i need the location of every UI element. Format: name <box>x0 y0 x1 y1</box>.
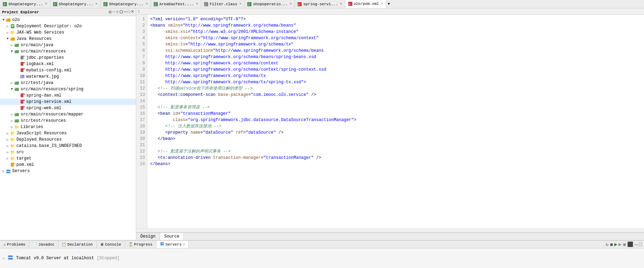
minimize-bottom-btn[interactable]: — <box>635 242 637 247</box>
tab-areadaotest[interactable]: J AreaDaoTest.... × <box>151 0 201 8</box>
tab-shopcategory-2[interactable]: J ShopCategory... × <box>50 0 101 8</box>
tab-close-btn[interactable]: × <box>340 2 342 6</box>
servers-icon <box>160 242 164 247</box>
tree-arrow: ▼ <box>10 50 14 53</box>
minimize-btn[interactable]: — <box>124 9 126 15</box>
tree-item-target[interactable]: ▷ 📁 target <box>0 155 136 162</box>
editor-mode-tabs: Design Source <box>136 233 644 240</box>
tree-label: target <box>16 156 31 161</box>
tree-item-spring-dao[interactable]: spring-dao.xml <box>0 92 136 99</box>
debug-server-btn[interactable]: ▶ <box>619 241 621 247</box>
problems-icon: ⚠ <box>3 242 6 247</box>
svg-rect-67 <box>8 258 13 260</box>
tree-item-src[interactable]: ▷ 📁 src <box>0 149 136 155</box>
tree-item-js-resources[interactable]: ▷ 📁 JavaScript Resources <box>0 130 136 136</box>
descriptor-icon <box>10 23 15 29</box>
tab-shopcategory-1[interactable]: J ShopCategory... × <box>0 0 50 8</box>
tab-pom-xml[interactable]: X o2o/pom.xml × <box>345 0 387 8</box>
tab-close-btn[interactable]: × <box>146 2 148 6</box>
tab-label: Servers <box>166 242 182 247</box>
horizontal-scrollbar[interactable] <box>136 228 644 233</box>
tab-close-icon[interactable]: × <box>183 243 185 246</box>
code-content[interactable]: <?xml version="1.0" encoding="UTF-8"?> <… <box>147 15 644 228</box>
tree-item-jdbc-props[interactable]: jdbc.properties <box>0 55 136 61</box>
tree-arrow: ▷ <box>6 138 10 142</box>
design-tab-btn[interactable]: Design <box>136 233 160 240</box>
tree-item-servers[interactable]: ▷ Servers <box>0 168 136 174</box>
svg-point-39 <box>21 76 22 77</box>
svg-rect-17 <box>6 19 8 20</box>
tree-item-libraries[interactable]: ▷ 📁 Libraries <box>0 124 136 130</box>
tree-item-pom[interactable]: pom.xml <box>0 162 136 168</box>
collapse-all-btn[interactable]: ⊟ <box>109 9 111 15</box>
tree-item-jax-ws[interactable]: ▷ 📁 JAX-WS Web Services <box>0 29 136 36</box>
source-tab-btn[interactable]: Source <box>160 233 184 240</box>
tree-label: o2o <box>12 17 20 22</box>
tree-item-watermark[interactable]: watermark.jpg <box>0 73 136 80</box>
tab-servers[interactable]: Servers × <box>156 241 189 248</box>
server-settings-btn[interactable]: ⬛ <box>627 241 633 247</box>
terminate-btn[interactable]: ◼ <box>623 241 626 247</box>
tree-item-spring-folder[interactable]: ▼ src/main/resources/spring <box>0 86 136 92</box>
svg-text:J: J <box>154 3 156 6</box>
tab-progress[interactable]: ⏳ Progress <box>125 241 156 248</box>
tree-item-java-resources[interactable]: ▼ J Java Resources <box>0 36 136 42</box>
tree-item-mapper[interactable]: ▷ src/main/resources/mapper <box>0 111 136 118</box>
tab-close-btn[interactable]: × <box>95 2 97 6</box>
filter-btn[interactable]: ▽ <box>116 9 118 15</box>
tree-label: watermark.jpg <box>26 74 59 79</box>
folder-icon: 📁 <box>10 143 15 149</box>
tab-shopcategory-3[interactable]: J ShopCategory... × <box>101 0 151 8</box>
maximize-bottom-btn[interactable]: □ <box>639 242 642 247</box>
tree-item-src-main-java[interactable]: ▷ src/main/java <box>0 42 136 48</box>
tab-javadoc[interactable]: 📄 Javadoc <box>29 241 58 248</box>
tree-label: src/main/resources/mapper <box>21 112 83 117</box>
editor-panel: 1 12345 678910 1112131415 1617181920 212… <box>136 8 644 240</box>
stop-server-btn[interactable]: ◼ <box>610 241 613 247</box>
tab-declaration[interactable]: 📋 Declaration <box>58 241 97 248</box>
tree-label: Deployed Resources <box>16 137 62 142</box>
svg-rect-29 <box>21 56 23 59</box>
tab-filter-class[interactable]: C Filter.class × <box>201 0 244 8</box>
link-editor-btn[interactable]: ↔ <box>112 9 115 15</box>
folder-icon: 📁 <box>10 131 15 136</box>
maximize-btn[interactable]: □ <box>128 9 130 15</box>
start-server-btn[interactable]: ▶ <box>614 241 617 247</box>
tab-overflow-btn[interactable]: ▼ <box>386 0 391 8</box>
tab-shopoperatio[interactable]: J shopoperatio... × <box>244 0 295 8</box>
tree-item-src-test-java[interactable]: ▷ src/test/java <box>0 80 136 86</box>
tree-item-mybatis-config[interactable]: mybatis-config.xml <box>0 67 136 73</box>
servers-icon <box>6 168 11 174</box>
svg-point-62 <box>9 170 10 171</box>
tree-item-catalina[interactable]: ▷ 📁 catalina.base_IS_UNDEFINED <box>0 143 136 149</box>
tab-close-btn[interactable]: × <box>196 2 198 6</box>
tree-label: JAX-WS Web Services <box>16 30 64 35</box>
tab-spring-service[interactable]: X spring-servi... × <box>295 0 345 8</box>
expand-arrow[interactable]: ▷ <box>3 256 5 260</box>
restart-server-btn[interactable]: ↻ <box>606 241 608 247</box>
tree-item-deployment[interactable]: ▷ Deployment Descriptor: o2o <box>0 23 136 29</box>
tab-label: o2o/pom.xml <box>354 2 379 6</box>
tree-item-spring-service[interactable]: spring-service.xml <box>0 99 136 105</box>
tree-item-logback[interactable]: logback.xml <box>0 61 136 67</box>
tab-problems[interactable]: ⚠ Problems <box>0 241 29 248</box>
tab-close-btn[interactable]: × <box>239 2 241 6</box>
tree-item-spring-web[interactable]: spring-web.xml <box>0 105 136 111</box>
tree-arrow: ▷ <box>10 81 14 85</box>
console-icon: 🖥 <box>100 242 104 247</box>
tree-item-src-main-resources[interactable]: ▼ src/main/resources <box>0 48 136 55</box>
tab-close-btn[interactable]: × <box>45 2 47 6</box>
tree-item-deployed-resources[interactable]: ▷ 📁 Deployed Resources <box>0 136 136 143</box>
tab-label: Progress <box>134 242 153 247</box>
tab-close-btn[interactable]: × <box>381 2 383 6</box>
customize-btn[interactable]: ⬡ <box>119 9 123 15</box>
tree-label: catalina.base_IS_UNDEFINED <box>16 143 82 148</box>
tree-item-test-resources[interactable]: ▷ src/test/resources <box>0 118 136 124</box>
close-panel-btn[interactable]: × <box>131 9 134 15</box>
tab-console[interactable]: 🖥 Console <box>97 241 125 248</box>
tab-close-btn[interactable]: × <box>290 2 292 6</box>
tree-item-o2o[interactable]: ▼ o2o <box>0 17 136 23</box>
editor-content-area[interactable]: 12345 678910 1112131415 1617181920 21222… <box>136 15 644 228</box>
tree-label: spring-service.xml <box>26 99 72 104</box>
svg-rect-57 <box>11 163 14 167</box>
